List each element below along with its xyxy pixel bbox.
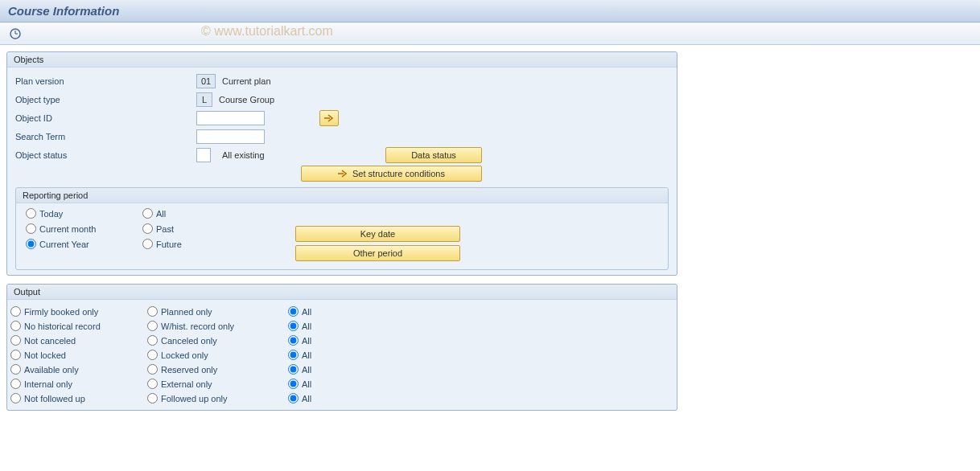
radio-current-year-label: Current Year xyxy=(39,240,89,249)
object-status-label: Object status xyxy=(15,150,196,160)
output-row4-opt-c-label: All xyxy=(302,365,311,375)
output-row0-opt-b-label: Planned only xyxy=(161,307,212,317)
arrow-right-icon xyxy=(338,170,348,178)
reporting-period-title: Reporting period xyxy=(16,188,668,203)
radio-today-label: Today xyxy=(39,209,63,219)
toolbar: © www.tutorialkart.com xyxy=(0,23,980,45)
radio-future[interactable]: Future xyxy=(142,239,279,249)
output-row6-opt-a-label: Not followed up xyxy=(24,394,85,403)
radio-current-year[interactable]: Current Year xyxy=(26,239,142,249)
output-row2-opt-c[interactable]: All xyxy=(288,335,352,346)
radio-past-label: Past xyxy=(156,224,174,234)
output-row3-opt-c-label: All xyxy=(302,350,311,360)
radio-current-month[interactable]: Current month xyxy=(26,223,142,234)
watermark-text: © www.tutorialkart.com xyxy=(201,24,333,39)
output-row3-opt-b[interactable]: Locked only xyxy=(147,350,288,360)
object-id-input[interactable] xyxy=(196,111,265,125)
output-row6-opt-c[interactable]: All xyxy=(288,393,352,403)
output-row3-opt-a-label: Not locked xyxy=(24,350,66,360)
page-title: Course Information xyxy=(8,4,119,18)
output-row1-opt-a[interactable]: No historical record xyxy=(10,321,147,331)
output-row0-opt-a-label: Firmly booked only xyxy=(24,307,98,317)
radio-all[interactable]: All xyxy=(142,208,279,219)
output-row5-opt-c-label: All xyxy=(302,379,311,389)
radio-today[interactable]: Today xyxy=(26,208,142,219)
object-status-desc: All existing xyxy=(222,150,265,160)
search-term-input[interactable] xyxy=(196,129,265,144)
execute-icon[interactable] xyxy=(8,27,23,41)
radio-all-label: All xyxy=(156,209,166,219)
object-type-desc: Course Group xyxy=(219,95,274,104)
set-structure-conditions-button[interactable]: Set structure conditions xyxy=(301,166,482,182)
radio-past[interactable]: Past xyxy=(142,223,279,234)
output-row1-opt-b-label: W/hist. record only xyxy=(161,322,234,331)
output-row4-opt-a-label: Available only xyxy=(24,365,79,375)
objects-group: Objects Plan version Current plan Object… xyxy=(6,51,677,276)
plan-version-input[interactable] xyxy=(196,74,216,88)
output-row1-opt-b[interactable]: W/hist. record only xyxy=(147,321,288,331)
output-row1-opt-c[interactable]: All xyxy=(288,321,352,331)
output-row2-opt-c-label: All xyxy=(302,336,311,346)
set-structure-conditions-label: Set structure conditions xyxy=(352,169,445,178)
output-row0-opt-c-label: All xyxy=(302,307,311,317)
object-id-label: Object ID xyxy=(15,113,196,123)
output-group: Output Firmly booked onlyNo historical r… xyxy=(6,284,677,411)
reporting-period-group: Reporting period Today Current month Cur… xyxy=(15,187,669,270)
search-term-label: Search Term xyxy=(15,132,196,141)
output-row4-opt-b[interactable]: Reserved only xyxy=(147,364,288,375)
object-status-input[interactable] xyxy=(196,148,211,162)
object-type-label: Object type xyxy=(15,95,196,104)
output-row2-opt-a-label: Not canceled xyxy=(24,336,76,346)
output-row2-opt-b[interactable]: Canceled only xyxy=(147,335,288,346)
output-row2-opt-a[interactable]: Not canceled xyxy=(10,335,147,346)
plan-version-desc: Current plan xyxy=(222,76,271,86)
output-row5-opt-a[interactable]: Internal only xyxy=(10,379,147,389)
output-row5-opt-b-label: External only xyxy=(161,379,212,389)
radio-future-label: Future xyxy=(156,240,182,249)
content-area: Objects Plan version Current plan Object… xyxy=(0,45,684,425)
output-row6-opt-c-label: All xyxy=(302,394,311,403)
output-row3-opt-a[interactable]: Not locked xyxy=(10,350,147,360)
output-row3-opt-c[interactable]: All xyxy=(288,350,352,360)
output-row5-opt-c[interactable]: All xyxy=(288,379,352,389)
objects-group-title: Objects xyxy=(7,52,677,68)
data-status-button[interactable]: Data status xyxy=(385,147,482,163)
output-row2-opt-b-label: Canceled only xyxy=(161,336,217,346)
output-row6-opt-b-label: Followed up only xyxy=(161,394,228,403)
output-row5-opt-b[interactable]: External only xyxy=(147,379,288,389)
output-row0-opt-a[interactable]: Firmly booked only xyxy=(10,306,147,317)
output-row1-opt-a-label: No historical record xyxy=(24,322,101,331)
key-date-button[interactable]: Key date xyxy=(295,226,460,242)
output-row6-opt-a[interactable]: Not followed up xyxy=(10,393,147,403)
output-row4-opt-c[interactable]: All xyxy=(288,364,352,375)
plan-version-label: Plan version xyxy=(15,76,196,86)
object-type-input[interactable] xyxy=(196,92,212,107)
output-row0-opt-c[interactable]: All xyxy=(288,306,352,317)
output-group-title: Output xyxy=(7,285,677,300)
other-period-button[interactable]: Other period xyxy=(295,245,460,261)
object-id-search-button[interactable] xyxy=(319,110,339,126)
output-row5-opt-a-label: Internal only xyxy=(24,379,72,389)
output-row0-opt-b[interactable]: Planned only xyxy=(147,306,288,317)
output-row4-opt-b-label: Reserved only xyxy=(161,365,217,375)
output-row4-opt-a[interactable]: Available only xyxy=(10,364,147,375)
output-row6-opt-b[interactable]: Followed up only xyxy=(147,393,288,403)
radio-current-month-label: Current month xyxy=(39,224,96,234)
output-row1-opt-c-label: All xyxy=(302,322,311,331)
output-row3-opt-b-label: Locked only xyxy=(161,350,208,360)
title-bar: Course Information xyxy=(0,0,980,23)
